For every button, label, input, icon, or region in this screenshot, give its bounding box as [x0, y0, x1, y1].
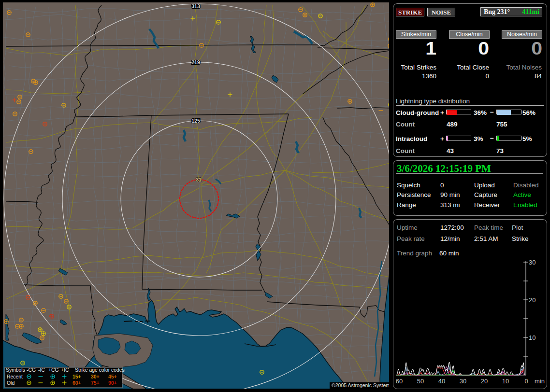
svg-text:45+: 45+ — [108, 374, 117, 379]
svg-text:Strike age color codes: Strike age color codes — [75, 367, 125, 373]
svg-text:60+: 60+ — [72, 380, 81, 386]
svg-text:Old: Old — [7, 380, 14, 386]
svg-text:©2005 Astrogenic Systems: ©2005 Astrogenic Systems — [332, 382, 389, 388]
svg-text:15+: 15+ — [72, 374, 81, 379]
svg-text:+IC: +IC — [61, 367, 69, 373]
svg-text:219: 219 — [191, 59, 200, 65]
svg-text:-IC: -IC — [38, 367, 45, 373]
svg-text:313: 313 — [191, 3, 200, 9]
svg-text:90+: 90+ — [108, 380, 117, 386]
svg-text:30+: 30+ — [91, 374, 100, 379]
svg-text:31: 31 — [196, 177, 202, 182]
svg-text:125: 125 — [191, 118, 200, 124]
svg-text:75+: 75+ — [91, 380, 100, 386]
svg-text:+CG: +CG — [48, 367, 59, 373]
svg-text:-CG: -CG — [27, 367, 36, 373]
svg-text:Recent: Recent — [7, 374, 23, 379]
svg-text:Symbols: Symbols — [6, 367, 25, 373]
